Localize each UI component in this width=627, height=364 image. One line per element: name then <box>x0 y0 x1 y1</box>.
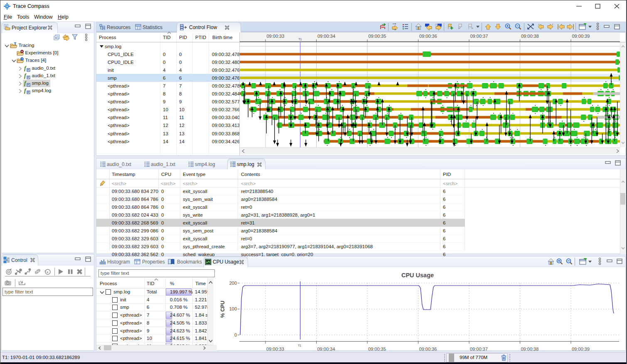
svg-text:09:00:38: 09:00:38 <box>521 34 539 39</box>
svg-text:09:00:34: 09:00:34 <box>317 34 335 39</box>
svg-text:x: x <box>47 270 49 274</box>
svg-text:T: T <box>21 58 23 61</box>
svg-text:f: f <box>24 88 27 94</box>
svg-text:f: f <box>24 73 27 79</box>
svg-text:09:00:37: 09:00:37 <box>470 34 488 39</box>
svg-text:09:00:39: 09:00:39 <box>572 34 590 39</box>
svg-text:f: f <box>24 80 27 86</box>
svg-text:09:00:33: 09:00:33 <box>267 34 285 39</box>
svg-text:09:00:35: 09:00:35 <box>369 34 386 39</box>
svg-text:f: f <box>24 65 27 71</box>
svg-text:T1: T1 <box>299 38 302 41</box>
svg-text:09:00:36: 09:00:36 <box>419 34 437 39</box>
